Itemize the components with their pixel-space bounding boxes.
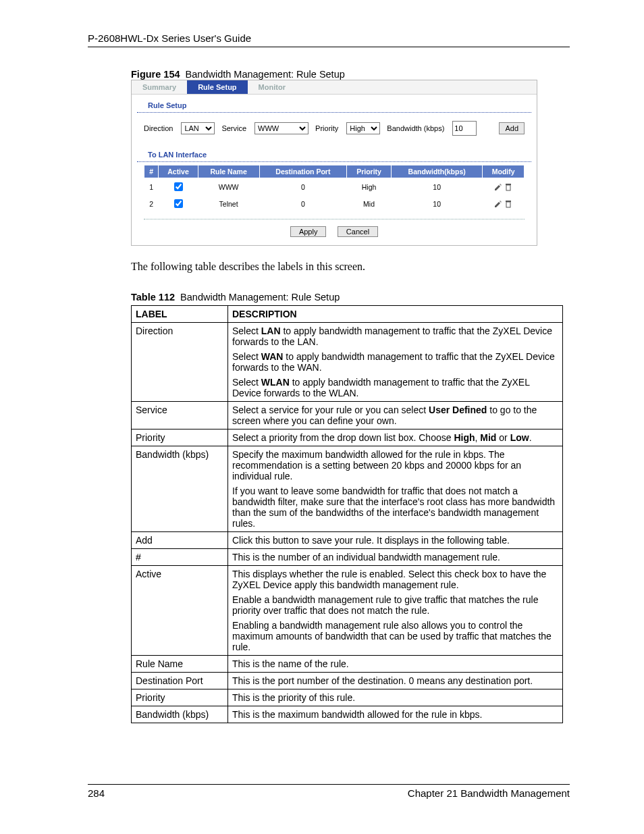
desc-row: Direction Select LAN to apply bandwidth … [132, 323, 563, 402]
desc-row: Priority Select a priority from the drop… [132, 429, 563, 446]
desc-label: Active [132, 566, 228, 656]
desc-row: Bandwidth (kbps) Specify the maximum ban… [132, 446, 563, 532]
col-priority: Priority [347, 165, 392, 178]
desc-row: Add Click this button to save your rule.… [132, 532, 563, 549]
desc-text: This displays whether the rule is enable… [228, 566, 563, 656]
document-title: P-2608HWL-Dx Series User's Guide [88, 32, 570, 47]
intro-text: The following table describes the labels… [131, 261, 570, 273]
col-rule-name: Rule Name [198, 165, 259, 178]
desc-text: This is the name of the rule. [228, 656, 563, 673]
add-button[interactable]: Add [499, 122, 525, 134]
col-num: # [144, 165, 159, 178]
cell-bandwidth: 10 [391, 195, 482, 212]
direction-select[interactable]: LAN [181, 122, 215, 134]
service-label: Service [221, 124, 246, 132]
desc-label: Priority [132, 689, 228, 706]
bandwidth-label: Bandwidth (kbps) [387, 124, 444, 132]
svg-rect-1 [506, 184, 511, 185]
priority-select[interactable]: High [346, 122, 380, 134]
bandwidth-input[interactable] [452, 121, 477, 136]
desc-label: Rule Name [132, 656, 228, 673]
section-rule-setup: Rule Setup [137, 95, 531, 113]
col-modify: Modify [483, 165, 525, 178]
desc-label: Bandwidth (kbps) [132, 446, 228, 532]
cancel-button[interactable]: Cancel [338, 226, 378, 237]
cell-modify [483, 195, 525, 212]
screenshot-panel: Summary Rule Setup Monitor Rule Setup Di… [131, 80, 537, 246]
edit-icon[interactable] [494, 182, 502, 191]
cell-modify [483, 178, 525, 196]
desc-text: Select a service for your rule or you ca… [228, 402, 563, 429]
desc-text: This is the maximum bandwidth allowed fo… [228, 706, 563, 723]
desc-row: Service Select a service for your rule o… [132, 402, 563, 429]
desc-text: This is the priority of this rule. [228, 689, 563, 706]
col-dest-port: Destination Port [259, 165, 347, 178]
cell-bandwidth: 10 [391, 178, 482, 196]
header-description: DESCRIPTION [228, 306, 563, 323]
tab-rule-setup[interactable]: Rule Setup [187, 80, 247, 94]
chapter-label: Chapter 21 Bandwidth Management [408, 787, 570, 799]
cell-priority: High [347, 178, 392, 196]
table-caption: Table 112 Bandwidth Management: Rule Set… [131, 292, 570, 303]
desc-text: Select a priority from the drop down lis… [228, 429, 563, 446]
desc-label: Bandwidth (kbps) [132, 706, 228, 723]
cell-active [159, 178, 198, 196]
cell-rule-name: WWW [198, 178, 259, 196]
apply-button[interactable]: Apply [290, 226, 327, 237]
figure-title: Bandwidth Management: Rule Setup [186, 69, 345, 80]
rules-table: # Active Rule Name Destination Port Prio… [144, 165, 525, 212]
desc-row: # This is the number of an individual ba… [132, 549, 563, 566]
svg-rect-0 [506, 185, 510, 190]
desc-label: Priority [132, 429, 228, 446]
cell-dest-port: 0 [259, 178, 347, 196]
edit-icon[interactable] [494, 199, 502, 208]
desc-text: Select LAN to apply bandwidth management… [228, 323, 563, 402]
desc-text: Click this button to save your rule. It … [228, 532, 563, 549]
desc-label: Service [132, 402, 228, 429]
desc-row: Priority This is the priority of this ru… [132, 689, 563, 706]
tab-summary[interactable]: Summary [132, 80, 187, 94]
cell-dest-port: 0 [259, 195, 347, 212]
desc-label: Destination Port [132, 673, 228, 689]
active-checkbox[interactable] [174, 199, 183, 208]
section-interface: To LAN Interface [137, 144, 531, 162]
desc-text: Specify the maximum bandwidth allowed fo… [228, 446, 563, 532]
controls-row: Direction LAN Service WWW Priority High … [132, 113, 537, 144]
desc-row: Active This displays whether the rule is… [132, 566, 563, 656]
desc-row: Destination Port This is the port number… [132, 673, 563, 689]
service-select[interactable]: WWW [254, 122, 308, 134]
desc-label: # [132, 549, 228, 566]
figure-caption: Figure 154 Bandwidth Management: Rule Se… [131, 69, 570, 80]
table-row: 2 Telnet 0 Mid 10 [144, 195, 525, 212]
page-number: 284 [88, 787, 105, 799]
svg-rect-3 [506, 201, 511, 202]
table-row: 1 WWW 0 High 10 [144, 178, 525, 196]
description-table: LABEL DESCRIPTION Direction Select LAN t… [131, 305, 563, 723]
desc-text: This is the number of an individual band… [228, 549, 563, 566]
page-footer: 284 Chapter 21 Bandwidth Management [88, 784, 570, 799]
delete-icon[interactable] [504, 199, 512, 208]
delete-icon[interactable] [504, 182, 512, 191]
desc-row: Rule Name This is the name of the rule. [132, 656, 563, 673]
tab-monitor[interactable]: Monitor [248, 80, 296, 94]
desc-label: Add [132, 532, 228, 549]
cell-num: 1 [144, 178, 159, 196]
desc-row: Bandwidth (kbps) This is the maximum ban… [132, 706, 563, 723]
table-title: Bandwidth Management: Rule Setup [180, 292, 340, 303]
button-row: Apply Cancel [144, 219, 525, 245]
cell-num: 2 [144, 195, 159, 212]
tab-bar: Summary Rule Setup Monitor [132, 80, 537, 95]
active-checkbox[interactable] [174, 182, 183, 191]
cell-priority: Mid [347, 195, 392, 212]
desc-label: Direction [132, 323, 228, 402]
header-label: LABEL [132, 306, 228, 323]
col-active: Active [159, 165, 198, 178]
direction-label: Direction [144, 124, 173, 132]
col-bandwidth: Bandwidth(kbps) [391, 165, 482, 178]
priority-label: Priority [315, 124, 338, 132]
svg-rect-2 [506, 202, 510, 207]
cell-rule-name: Telnet [198, 195, 259, 212]
desc-text: This is the port number of the destinati… [228, 673, 563, 689]
cell-active [159, 195, 198, 212]
table-label: Table 112 [131, 292, 175, 303]
